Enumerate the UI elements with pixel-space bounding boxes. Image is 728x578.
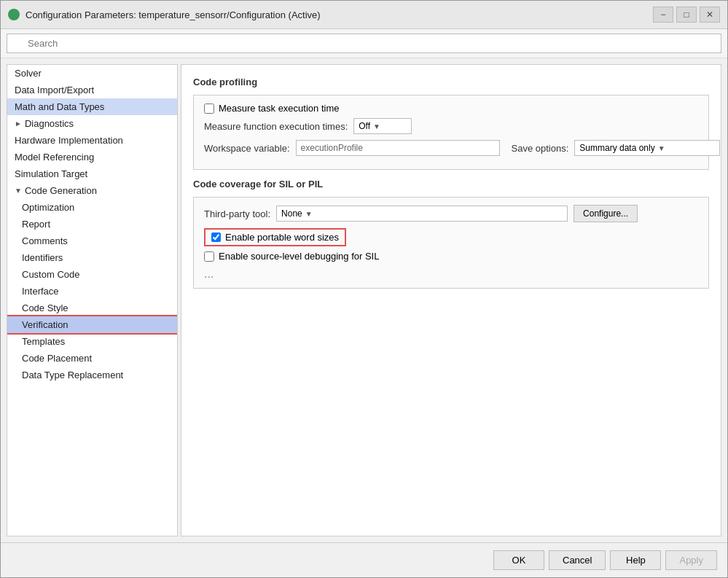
sidebar-item-diagnostics[interactable]: ► Diagnostics (7, 115, 177, 132)
third-party-tool-value: None (281, 208, 302, 219)
enable-portable-wrapper: Enable portable word sizes (204, 228, 698, 246)
code-coverage-box: Third-party tool: None ▼ Configure... En… (193, 197, 709, 289)
sidebar-item-label: Hardware Implementation (15, 135, 123, 146)
sidebar-item-verification[interactable]: Verification (7, 316, 177, 333)
chevron-down-icon: ▼ (305, 210, 313, 218)
sidebar: Solver Data Import/Export Math and Data … (7, 64, 178, 536)
sidebar-item-optimization[interactable]: Optimization (7, 199, 177, 216)
sidebar-item-label: Diagnostics (25, 118, 74, 129)
sidebar-item-label: Math and Data Types (15, 101, 104, 112)
measure-function-value: Off (359, 121, 370, 131)
enable-source-debugging-row: Enable source-level debugging for SIL (204, 251, 698, 262)
save-options-dropdown[interactable]: Summary data only ▼ (574, 140, 720, 156)
measure-task-label: Measure task execution time (219, 103, 339, 114)
search-bar: 🔍 (1, 29, 727, 58)
save-options-label: Save options: (512, 143, 569, 154)
sidebar-item-label: Code Style (22, 302, 69, 313)
sidebar-item-model-referencing[interactable]: Model Referencing (7, 149, 177, 165)
sidebar-item-label: Optimization (22, 202, 74, 213)
workspace-variable-row: Workspace variable: executionProfile Sav… (204, 140, 698, 156)
code-profiling-title: Code profiling (193, 77, 709, 87)
enable-source-debugging-label: Enable source-level debugging for SIL (219, 251, 379, 262)
sidebar-item-label: Verification (22, 319, 69, 330)
sidebar-item-label: Templates (22, 336, 65, 347)
search-input[interactable] (7, 34, 721, 53)
third-party-tool-label: Third-party tool: (204, 208, 270, 219)
help-button[interactable]: Help (610, 550, 661, 570)
sidebar-item-comments[interactable]: Comments (7, 233, 177, 249)
third-party-tool-dropdown[interactable]: None ▼ (276, 206, 568, 222)
chevron-down-icon: ▼ (658, 144, 665, 152)
ellipsis: ... (204, 267, 698, 281)
sidebar-item-identifiers[interactable]: Identifiers (7, 249, 177, 266)
expand-arrow-icon: ► (15, 120, 22, 128)
sidebar-item-code-style[interactable]: Code Style (7, 300, 177, 316)
main-window: Configuration Parameters: temperature_se… (0, 0, 728, 578)
sidebar-item-label: Model Referencing (15, 152, 94, 163)
code-coverage-title: Code coverage for SIL or PIL (193, 179, 709, 190)
sidebar-item-data-type-replacement[interactable]: Data Type Replacement (7, 367, 177, 383)
enable-portable-label: Enable portable word sizes (225, 232, 339, 243)
sidebar-item-data-import-export[interactable]: Data Import/Export (7, 82, 177, 98)
save-options-value: Summary data only (579, 143, 654, 153)
measure-function-row: Measure function execution times: Off ▼ (204, 118, 698, 134)
footer: OK Cancel Help Apply (1, 542, 727, 577)
code-profiling-box: Measure task execution time Measure func… (193, 95, 709, 170)
third-party-tool-row: Third-party tool: None ▼ Configure... (204, 205, 698, 222)
sidebar-item-report[interactable]: Report (7, 216, 177, 233)
search-wrapper: 🔍 (7, 34, 721, 53)
sidebar-item-templates[interactable]: Templates (7, 333, 177, 350)
cancel-button[interactable]: Cancel (549, 550, 606, 570)
title-bar: Configuration Parameters: temperature_se… (1, 1, 727, 29)
measure-task-row: Measure task execution time (204, 103, 698, 114)
sidebar-item-custom-code[interactable]: Custom Code (7, 266, 177, 283)
enable-portable-checkbox[interactable] (211, 233, 221, 242)
minimize-button[interactable]: − (653, 7, 673, 23)
configure-button[interactable]: Configure... (574, 205, 638, 222)
sidebar-item-label: Code Placement (22, 353, 92, 364)
chevron-down-icon: ▼ (373, 122, 380, 130)
expand-arrow-icon: ▼ (15, 187, 22, 195)
sidebar-item-label: Code Generation (25, 185, 97, 196)
sidebar-item-label: Identifiers (22, 252, 63, 263)
maximize-button[interactable]: □ (676, 7, 697, 23)
sidebar-item-simulation-target[interactable]: Simulation Target (7, 165, 177, 182)
content-panel: Code profiling Measure task execution ti… (181, 64, 721, 536)
enable-portable-highlight: Enable portable word sizes (204, 228, 346, 246)
sidebar-item-hardware-implementation[interactable]: Hardware Implementation (7, 132, 177, 149)
enable-source-debugging-checkbox[interactable] (204, 251, 214, 262)
workspace-variable-input[interactable]: executionProfile (296, 140, 500, 156)
app-icon (8, 9, 20, 20)
sidebar-item-label: Interface (22, 286, 59, 297)
measure-function-label: Measure function execution times: (204, 121, 348, 132)
sidebar-item-label: Comments (22, 235, 68, 246)
title-bar-left: Configuration Parameters: temperature_se… (8, 9, 321, 20)
measure-task-checkbox[interactable] (204, 104, 214, 114)
workspace-variable-value: executionProfile (301, 143, 363, 153)
sidebar-item-label: Data Type Replacement (22, 370, 123, 380)
workspace-variable-label: Workspace variable: (204, 143, 290, 154)
main-content: Solver Data Import/Export Math and Data … (1, 58, 727, 542)
close-button[interactable]: ✕ (700, 7, 720, 23)
sidebar-item-label: Report (22, 219, 50, 230)
sidebar-item-solver[interactable]: Solver (7, 65, 177, 82)
sidebar-item-math-data-types[interactable]: Math and Data Types (7, 98, 177, 115)
ok-button[interactable]: OK (493, 550, 544, 570)
sidebar-item-label: Simulation Target (15, 168, 87, 179)
sidebar-item-code-generation[interactable]: ▼ Code Generation (7, 182, 177, 199)
measure-function-dropdown[interactable]: Off ▼ (353, 118, 412, 134)
window-controls: − □ ✕ (653, 7, 720, 23)
window-title: Configuration Parameters: temperature_se… (26, 9, 321, 20)
sidebar-item-label: Custom Code (22, 269, 79, 280)
sidebar-item-interface[interactable]: Interface (7, 283, 177, 300)
apply-button[interactable]: Apply (665, 550, 717, 570)
sidebar-item-label: Data Import/Export (15, 85, 94, 95)
sidebar-item-label: Solver (15, 68, 42, 79)
sidebar-item-code-placement[interactable]: Code Placement (7, 350, 177, 367)
